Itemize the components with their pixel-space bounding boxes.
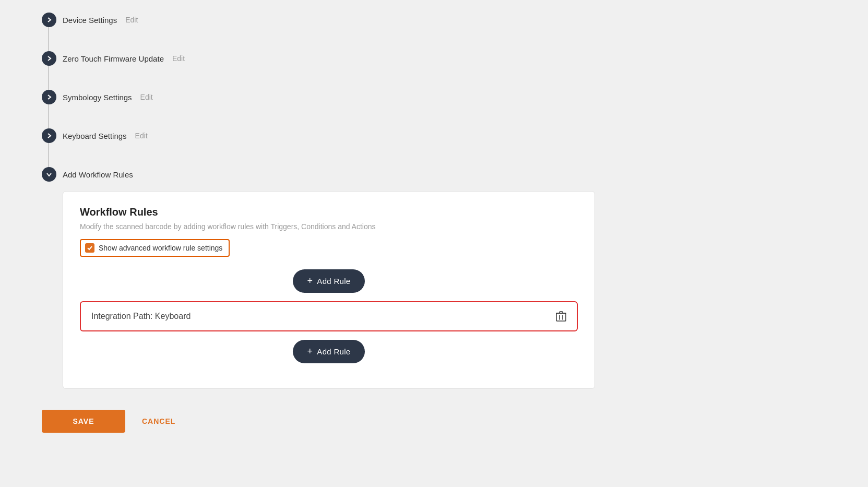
step-icon-device-settings[interactable] xyxy=(42,13,56,27)
chevron-right-icon-3 xyxy=(46,94,52,100)
step-label-device-settings: Device Settings xyxy=(63,16,117,25)
add-rule-top-button[interactable]: + Add Rule xyxy=(293,269,365,293)
step-item-zero-touch: Zero Touch Firmware Update Edit xyxy=(31,44,837,73)
step-connector-3 xyxy=(48,112,49,121)
save-button[interactable]: SAVE xyxy=(42,410,125,433)
steps-list: Device Settings Edit Zero Touch Firmware… xyxy=(31,0,837,189)
step-edit-keyboard[interactable]: Edit xyxy=(135,132,148,140)
chevron-down-icon xyxy=(46,171,52,177)
add-rule-bottom-button[interactable]: + Add Rule xyxy=(293,340,365,363)
chevron-right-icon xyxy=(46,17,52,23)
step-item-keyboard: Keyboard Settings Edit xyxy=(31,121,837,150)
step-connector-4 xyxy=(48,150,49,160)
advanced-settings-checkbox-row[interactable]: Show advanced workflow rule settings xyxy=(80,239,230,257)
cancel-button[interactable]: CANCEL xyxy=(142,417,175,425)
delete-integration-button[interactable] xyxy=(556,311,566,322)
integration-path-text: Integration Path: Keyboard xyxy=(91,312,191,321)
add-rule-top-container: + Add Rule xyxy=(80,269,578,293)
step-icon-zero-touch[interactable] xyxy=(42,51,56,66)
step-label-zero-touch: Zero Touch Firmware Update xyxy=(63,54,164,63)
step-edit-device-settings[interactable]: Edit xyxy=(125,16,138,24)
step-label-symbology: Symbology Settings xyxy=(63,93,132,102)
plus-icon-top: + xyxy=(307,276,313,287)
step-item-workflow: Add Workflow Rules xyxy=(31,160,837,189)
step-item-device-settings: Device Settings Edit xyxy=(31,5,837,34)
workflow-rules-card: Workflow Rules Modify the scanned barcod… xyxy=(63,191,595,389)
add-rule-top-label: Add Rule xyxy=(317,277,350,286)
integration-path-row: Integration Path: Keyboard xyxy=(80,301,578,331)
step-icon-workflow[interactable] xyxy=(42,167,56,182)
checkbox-label: Show advanced workflow rule settings xyxy=(99,244,222,252)
page-container: Device Settings Edit Zero Touch Firmware… xyxy=(0,0,868,487)
chevron-right-icon-4 xyxy=(46,133,52,139)
step-item-symbology: Symbology Settings Edit xyxy=(31,82,837,112)
workflow-title: Workflow Rules xyxy=(80,206,578,218)
step-edit-zero-touch[interactable]: Edit xyxy=(172,54,185,63)
trash-icon xyxy=(556,311,566,322)
add-rule-bottom-label: Add Rule xyxy=(317,347,350,356)
step-label-workflow: Add Workflow Rules xyxy=(63,170,133,179)
bottom-actions: SAVE CANCEL xyxy=(31,410,837,433)
checkmark-icon xyxy=(87,245,93,251)
step-icon-keyboard[interactable] xyxy=(42,128,56,143)
checkbox-checked-icon xyxy=(85,243,94,253)
workflow-subtitle: Modify the scanned barcode by adding wor… xyxy=(80,222,578,231)
add-rule-bottom-container: + Add Rule xyxy=(80,340,578,363)
step-connector-1 xyxy=(48,34,49,44)
svg-rect-0 xyxy=(556,313,566,321)
step-label-keyboard: Keyboard Settings xyxy=(63,132,127,140)
step-edit-symbology[interactable]: Edit xyxy=(140,93,153,101)
step-connector-2 xyxy=(48,73,49,82)
step-icon-symbology[interactable] xyxy=(42,90,56,104)
chevron-right-icon-2 xyxy=(46,55,52,62)
plus-icon-bottom: + xyxy=(307,346,313,357)
